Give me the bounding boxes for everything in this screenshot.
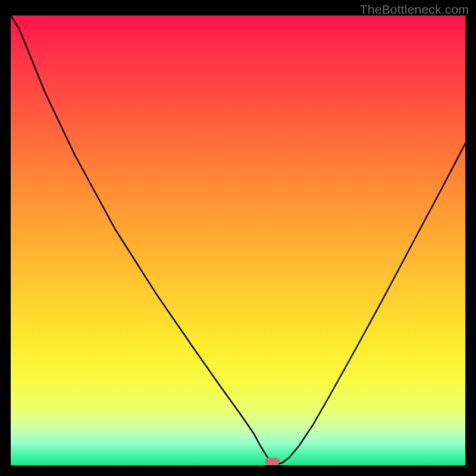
bottleneck-curve-line xyxy=(11,15,465,465)
chart-frame: TheBottleneck.com xyxy=(0,0,476,476)
curve-path xyxy=(11,15,465,464)
optimal-point-marker xyxy=(265,458,279,465)
plot-area xyxy=(11,15,465,465)
watermark-text: TheBottleneck.com xyxy=(360,2,469,17)
